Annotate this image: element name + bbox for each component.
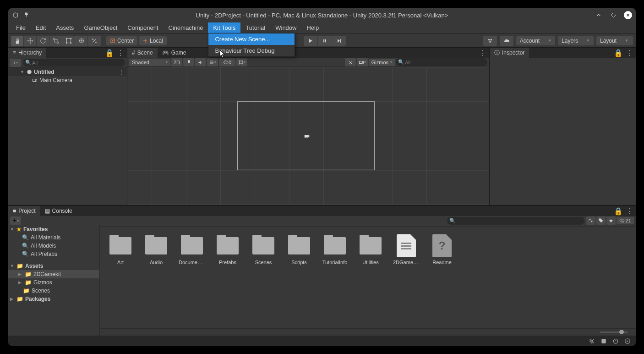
minimize-button[interactable]	[595, 11, 603, 19]
folder-icon	[145, 237, 167, 254]
menu-cinemachine[interactable]: Cinemachine	[164, 22, 208, 33]
menu-kit-tools[interactable]: Kit Tools Create New Scene... Behaviour …	[208, 22, 240, 33]
menu-file[interactable]: File	[11, 22, 31, 33]
transform-tool[interactable]	[75, 36, 88, 46]
camera-settings[interactable]: ▾	[357, 58, 368, 66]
packages-header[interactable]: ▶📁Packages	[8, 295, 99, 303]
project-add-button[interactable]: +▾	[10, 216, 21, 225]
audio-toggle[interactable]	[195, 58, 206, 66]
favorites-header[interactable]: ▼★Favorites	[8, 225, 99, 233]
menu-tutorial[interactable]: Tutorial	[240, 22, 270, 33]
context-menu-icon[interactable]: ⋮	[117, 49, 124, 57]
context-menu-icon[interactable]: ⋮	[479, 49, 486, 57]
play-button[interactable]	[304, 36, 317, 46]
menu-edit[interactable]: Edit	[31, 22, 51, 33]
2d-toggle[interactable]: 2D	[171, 58, 182, 66]
hierarchy-tab[interactable]: ≡Hierarchy	[8, 48, 46, 58]
favorites-all-prefabs[interactable]: 🔍All Prefabs	[8, 250, 99, 258]
asset-preview-slider[interactable]	[100, 328, 636, 336]
favorite-save-button[interactable]: ★	[606, 216, 616, 225]
asset-item[interactable]: Document...	[179, 234, 205, 265]
hidden-packages-toggle[interactable]: 21	[617, 217, 634, 224]
menu-component[interactable]: Component	[122, 22, 163, 33]
hierarchy-scene-root[interactable]: ▼ Untitled ⋮	[8, 68, 127, 76]
asset-item[interactable]: ?Readme	[429, 234, 455, 265]
pivot-center-toggle[interactable]: Center	[106, 36, 137, 45]
asset-item[interactable]: Scenes	[250, 234, 277, 265]
asset-grid[interactable]: ArtAudioDocument...PrefabsScenesScriptsT…	[100, 227, 636, 328]
cloud-button[interactable]	[500, 36, 513, 46]
step-button[interactable]	[332, 36, 346, 46]
context-menu-icon[interactable]: ⋮	[119, 69, 124, 75]
menu-assets[interactable]: Assets	[51, 22, 79, 33]
scene-view-canvas[interactable]	[127, 67, 489, 205]
menu-help[interactable]: Help	[301, 22, 324, 33]
menu-gameobject[interactable]: GameObject	[79, 22, 122, 33]
context-menu-icon[interactable]: ⋮	[626, 207, 633, 216]
filter-by-label-button[interactable]	[596, 216, 606, 225]
custom-tools[interactable]	[88, 36, 101, 46]
asset-item[interactable]: Art	[107, 234, 134, 265]
progress-spinner-icon[interactable]	[624, 337, 631, 345]
rotate-tool[interactable]	[37, 36, 49, 46]
hierarchy-item-main-camera[interactable]: Main Camera	[8, 76, 127, 84]
favorites-all-materials[interactable]: 🔍All Materials	[8, 233, 99, 242]
pivot-local-toggle[interactable]: Local	[139, 36, 167, 45]
asset-item[interactable]: Utilities	[357, 234, 384, 265]
favorites-all-models[interactable]: 🔍All Models	[8, 242, 99, 250]
asset-item[interactable]: Scripts	[286, 234, 312, 265]
close-button[interactable]	[624, 11, 632, 19]
pin-icon[interactable]	[24, 12, 30, 18]
layout-dropdown[interactable]: Layout▼	[596, 36, 633, 45]
visibility-toggle[interactable]: 0	[219, 58, 235, 66]
inspector-panel: ⓘInspector 🔒⋮	[489, 48, 636, 205]
error-pause-icon[interactable]	[600, 337, 607, 345]
debug-mode-icon[interactable]	[612, 337, 619, 345]
asset-item[interactable]: Audio	[143, 234, 169, 265]
inspector-tab[interactable]: ⓘInspector	[490, 48, 529, 58]
scale-tool[interactable]	[49, 36, 62, 46]
dropdown-create-new-scene[interactable]: Create New Scene...	[208, 33, 295, 45]
expand-arrow-icon[interactable]: ▼	[20, 70, 25, 74]
hierarchy-search-input[interactable]	[23, 59, 125, 66]
asset-item[interactable]: 2DGameKi...	[393, 234, 420, 265]
collab-button[interactable]	[483, 36, 497, 46]
hierarchy-tree[interactable]: ▼ Untitled ⋮ Main Camera	[8, 68, 127, 205]
account-dropdown[interactable]: Account▼	[516, 36, 555, 45]
game-tab[interactable]: 🎮Game	[158, 48, 191, 58]
tree-gizmos[interactable]: ▶📁Gizmos	[8, 278, 99, 287]
lighting-toggle[interactable]	[183, 58, 194, 66]
asset-item[interactable]: Prefabs	[214, 234, 241, 265]
context-menu-icon[interactable]: ⋮	[626, 49, 633, 57]
asset-item[interactable]: TutorialInfo	[322, 234, 348, 265]
scene-tab[interactable]: #Scene	[127, 48, 158, 58]
fx-toggle[interactable]: ▾	[207, 58, 218, 66]
grid-toggle[interactable]: ▾	[236, 58, 247, 66]
pause-button[interactable]	[318, 36, 332, 46]
lock-icon[interactable]: 🔒	[614, 207, 623, 216]
scene-search-input[interactable]	[396, 58, 487, 66]
gizmos-dropdown[interactable]: Gizmos▾	[369, 59, 395, 66]
camera-gizmo-icon[interactable]	[303, 133, 311, 139]
shading-mode-dropdown[interactable]: Shaded▾	[129, 59, 170, 66]
auto-generate-lighting-icon[interactable]	[588, 337, 595, 345]
project-search-input[interactable]	[447, 217, 584, 225]
console-tab[interactable]: ▤Console	[40, 206, 77, 216]
assets-header[interactable]: ▼📁Assets	[8, 262, 99, 270]
lock-icon[interactable]: 🔒	[614, 49, 623, 57]
tree-scenes[interactable]: 📁Scenes	[8, 287, 99, 295]
dropdown-behaviour-tree-debug[interactable]: Behaviour Tree Debug	[208, 45, 295, 56]
tree-2dgamekit[interactable]: ▶📁2DGamekit	[8, 270, 99, 278]
maximize-button[interactable]	[609, 11, 617, 19]
hand-tool[interactable]	[11, 36, 24, 46]
move-tool[interactable]	[24, 36, 37, 46]
filter-by-type-button[interactable]	[586, 216, 595, 225]
rect-tool[interactable]	[62, 36, 75, 46]
project-tree[interactable]: ▼★Favorites 🔍All Materials 🔍All Models 🔍…	[8, 216, 100, 336]
tools-settings[interactable]	[345, 58, 356, 66]
lock-icon[interactable]: 🔒	[105, 49, 114, 57]
menu-window[interactable]: Window	[270, 22, 301, 33]
project-tab[interactable]: ■Project	[8, 206, 40, 216]
hierarchy-add-button[interactable]: +▾	[10, 59, 21, 67]
layers-dropdown[interactable]: Layers▼	[558, 36, 594, 45]
